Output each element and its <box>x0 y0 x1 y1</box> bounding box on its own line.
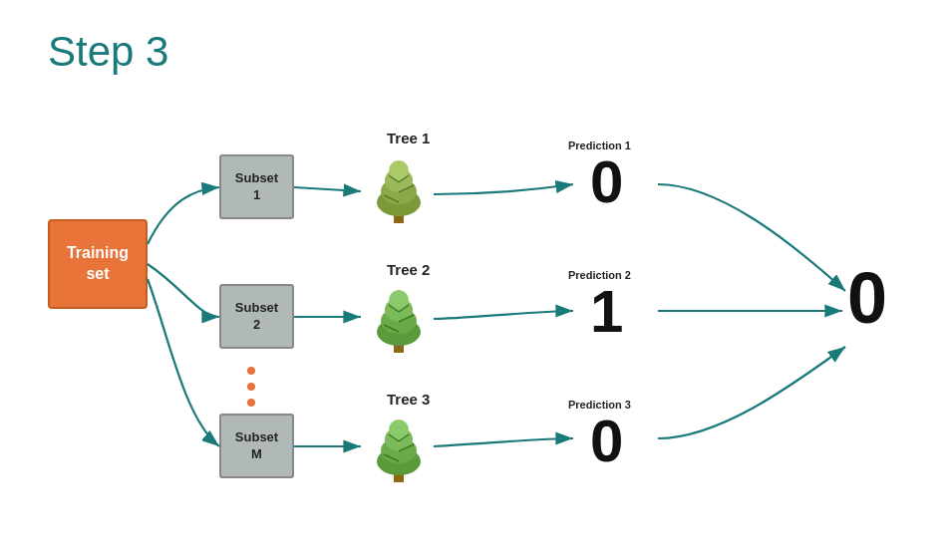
dot-3 <box>247 399 255 407</box>
subset-box-1: Subset1 <box>219 154 294 219</box>
training-set-box: Trainingset <box>48 219 148 309</box>
subset-box-m: SubsetM <box>219 414 294 478</box>
subset-box-2: Subset2 <box>219 284 294 349</box>
final-result-value: 0 <box>847 257 887 339</box>
page-title: Step 3 <box>48 28 168 76</box>
tree-icon-1 <box>364 147 434 231</box>
tree-icon-2 <box>364 277 434 361</box>
tree-label-2: Tree 2 <box>387 261 430 278</box>
tree-icon-3 <box>364 407 434 490</box>
prediction-value-1: 0 <box>590 147 623 216</box>
tree-label-3: Tree 3 <box>387 391 430 408</box>
dot-2 <box>247 383 255 391</box>
prediction-value-3: 0 <box>590 407 623 475</box>
ellipsis-dots <box>247 367 255 407</box>
dot-1 <box>247 367 255 375</box>
prediction-value-2: 1 <box>590 277 623 346</box>
tree-label-1: Tree 1 <box>387 130 430 146</box>
